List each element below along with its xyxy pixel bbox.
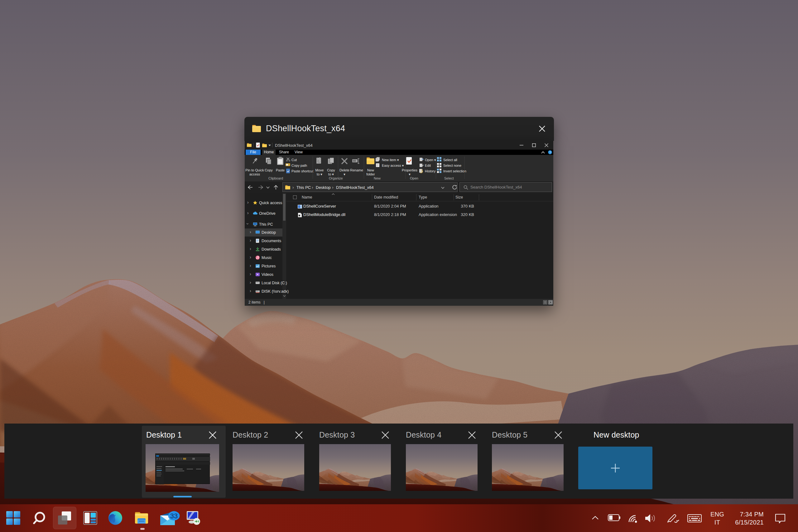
svg-text:?: ? — [549, 151, 551, 154]
svg-text:33: 33 — [170, 512, 178, 520]
